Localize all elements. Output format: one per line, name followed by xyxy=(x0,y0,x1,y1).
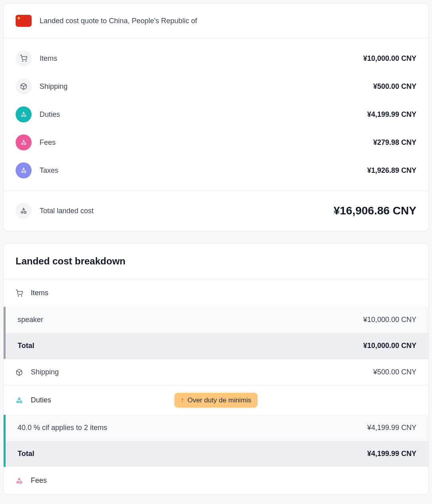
breakdown-card: Landed cost breakdown Items speaker ¥10,… xyxy=(3,243,429,495)
fees-label: Fees xyxy=(40,138,365,147)
breakdown-fees-label: Fees xyxy=(31,476,47,485)
summary-title: Landed cost quote to China, People's Rep… xyxy=(40,17,197,25)
shapes-icon xyxy=(16,477,23,484)
arrow-up-icon: ↑ xyxy=(181,396,184,404)
svg-rect-11 xyxy=(24,171,26,172)
taxes-label: Taxes xyxy=(40,166,359,175)
breakdown-duties-total: Total ¥4,199.99 CNY xyxy=(4,441,428,467)
package-icon xyxy=(16,78,32,94)
breakdown-header: Landed cost breakdown xyxy=(4,244,428,279)
svg-marker-6 xyxy=(23,140,24,142)
total-value: ¥16,906.86 CNY xyxy=(334,204,416,217)
svg-marker-9 xyxy=(23,168,24,170)
duties-value: ¥4,199.99 CNY xyxy=(367,110,416,119)
breakdown-items-label: Items xyxy=(31,289,48,297)
total-label: Total landed cost xyxy=(40,207,326,215)
svg-point-10 xyxy=(22,171,23,172)
shapes-icon xyxy=(16,134,32,150)
breakdown-items-head: Items xyxy=(4,279,428,307)
shipping-value: ¥500.00 CNY xyxy=(373,82,416,91)
summary-row-items: Items ¥10,000.00 CNY xyxy=(4,38,428,72)
summary-row-taxes: Taxes ¥1,926.89 CNY xyxy=(4,156,428,190)
svg-point-19 xyxy=(17,401,19,403)
svg-point-0 xyxy=(22,61,23,62)
svg-rect-8 xyxy=(24,143,26,144)
breakdown-duty-line: 40.0 % cif applies to 2 items ¥4,199.99 … xyxy=(4,415,428,441)
item-value: ¥10,000.00 CNY xyxy=(363,316,416,324)
breakdown-duties-label: Duties xyxy=(31,396,51,404)
summary-row-shipping: Shipping ¥500.00 CNY xyxy=(4,72,428,100)
svg-point-15 xyxy=(18,296,19,296)
items-total-value: ¥10,000.00 CNY xyxy=(363,342,416,350)
svg-point-7 xyxy=(22,143,23,144)
package-icon xyxy=(16,369,23,376)
shapes-icon xyxy=(16,106,32,122)
cart-icon xyxy=(16,290,23,297)
svg-marker-3 xyxy=(23,112,24,114)
taxes-value: ¥1,926.89 CNY xyxy=(367,166,416,175)
summary-header: Landed cost quote to China, People's Rep… xyxy=(4,4,428,38)
summary-total: Total landed cost ¥16,906.86 CNY xyxy=(4,190,428,231)
breakdown-duties-head: Duties ↑ Over duty de minimis xyxy=(4,386,428,415)
svg-marker-21 xyxy=(18,478,20,480)
shapes-icon xyxy=(16,397,23,404)
breakdown-shipping-label: Shipping xyxy=(31,368,365,376)
svg-rect-5 xyxy=(24,115,26,116)
item-name: speaker xyxy=(18,316,363,324)
breakdown-fees-head: Fees xyxy=(4,467,428,494)
items-value: ¥10,000.00 CNY xyxy=(363,54,416,63)
svg-point-22 xyxy=(17,481,19,483)
duty-line-label: 40.0 % cif applies to 2 items xyxy=(18,424,367,432)
svg-point-16 xyxy=(21,296,22,296)
badge-text: Over duty de minimis xyxy=(188,396,252,404)
duties-total-label: Total xyxy=(18,450,367,458)
fees-value: ¥279.98 CNY xyxy=(373,138,416,147)
shapes-icon xyxy=(16,203,32,219)
summary-card: Landed cost quote to China, People's Rep… xyxy=(3,3,429,231)
breakdown-shipping-row: Shipping ¥500.00 CNY xyxy=(4,359,428,386)
china-flag-icon xyxy=(16,15,32,27)
svg-rect-14 xyxy=(24,212,26,214)
svg-point-4 xyxy=(22,115,23,116)
summary-row-duties: Duties ¥4,199.99 CNY xyxy=(4,100,428,128)
svg-marker-12 xyxy=(23,208,25,210)
svg-point-1 xyxy=(26,61,26,62)
de-minimis-badge: ↑ Over duty de minimis xyxy=(174,393,258,408)
items-label: Items xyxy=(40,54,355,63)
shipping-label: Shipping xyxy=(40,82,365,91)
items-total-label: Total xyxy=(18,342,363,350)
svg-point-13 xyxy=(21,212,23,214)
duty-line-value: ¥4,199.99 CNY xyxy=(367,424,416,432)
breakdown-shipping-value: ¥500.00 CNY xyxy=(373,368,416,376)
breakdown-item-row: speaker ¥10,000.00 CNY xyxy=(4,307,428,333)
duties-total-value: ¥4,199.99 CNY xyxy=(367,450,416,458)
shapes-icon xyxy=(16,162,32,178)
svg-marker-18 xyxy=(18,398,20,400)
summary-rows: Items ¥10,000.00 CNY Shipping ¥500.00 CN… xyxy=(4,38,428,190)
svg-rect-20 xyxy=(20,401,22,403)
cart-icon xyxy=(16,50,32,66)
svg-rect-23 xyxy=(20,481,22,483)
breakdown-items-total: Total ¥10,000.00 CNY xyxy=(4,333,428,359)
duties-label: Duties xyxy=(40,110,359,119)
breakdown-title: Landed cost breakdown xyxy=(16,256,416,267)
summary-row-fees: Fees ¥279.98 CNY xyxy=(4,128,428,156)
